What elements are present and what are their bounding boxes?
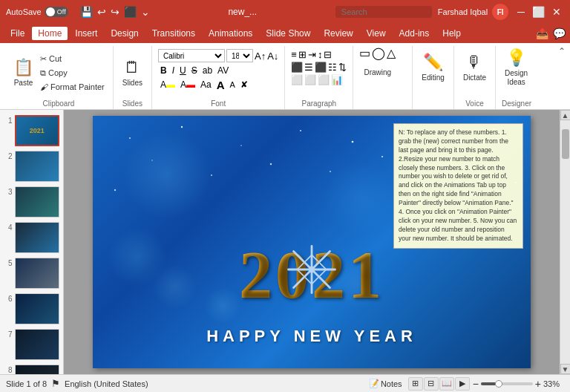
reading-view-button[interactable]: 📖 — [439, 377, 454, 391]
text-highlight-button[interactable]: A▬ — [158, 78, 177, 91]
minimize-button[interactable]: ─ — [514, 6, 528, 18]
comment-icon[interactable]: 💬 — [553, 27, 566, 39]
bold-button[interactable]: B — [158, 64, 169, 77]
slide-item-5[interactable]: 5 — [3, 257, 60, 290]
shape2-icon[interactable]: ◯ — [372, 46, 385, 60]
slide-item-3[interactable]: 3 — [3, 186, 60, 218]
slide-item-1[interactable]: 1 2021 — [3, 114, 60, 147]
char-spacing-button[interactable]: AV — [215, 64, 231, 77]
menu-file[interactable]: File — [4, 27, 30, 40]
shape3-icon[interactable]: △ — [387, 46, 396, 60]
text-direction-button[interactable]: ⇅ — [338, 62, 347, 73]
copy-button[interactable]: ⧉ Copy — [38, 66, 70, 79]
normal-view-button[interactable]: ⊞ — [408, 377, 423, 391]
menu-addins[interactable]: Add-ins — [393, 27, 436, 40]
redo-icon[interactable]: ↪ — [111, 6, 119, 18]
slides-icon: 🗒 — [124, 58, 140, 77]
shape1-icon[interactable]: ▭ — [359, 46, 370, 60]
align-bottom-button[interactable]: ⬜ — [318, 74, 330, 85]
restore-button[interactable]: ⬜ — [529, 6, 548, 18]
scroll-up-button[interactable]: ▲ — [560, 110, 571, 120]
clipboard-label: Clipboard — [10, 99, 107, 109]
scroll-down-button[interactable]: ▼ — [560, 364, 571, 374]
info-box[interactable]: N: To replace any of these numbers. 1. g… — [393, 123, 523, 249]
layout-icon[interactable]: ⬛ — [124, 6, 137, 18]
share-icon[interactable]: 📤 — [536, 27, 548, 39]
zoom-handle[interactable] — [495, 380, 502, 388]
slide-item-8[interactable]: 8 — [3, 364, 60, 374]
autosave-knob — [46, 7, 55, 16]
strikethrough-button[interactable]: S — [189, 64, 200, 77]
zoom-in-button[interactable]: + — [535, 378, 541, 390]
autosave-area: AutoSave Off — [6, 7, 68, 17]
align-justify-button[interactable]: ☷ — [328, 62, 337, 73]
save-icon[interactable]: 💾 — [80, 6, 93, 18]
increase-font-button[interactable]: A↑ — [255, 50, 266, 62]
collapse-ribbon-button[interactable]: ⌃ — [558, 46, 566, 56]
notes-button[interactable]: 📝 Notes — [366, 379, 405, 388]
shrink-font-button[interactable]: A — [228, 78, 238, 91]
decrease-font-button[interactable]: A↓ — [267, 50, 278, 62]
grow-font-button[interactable]: A — [214, 78, 227, 91]
underline-button[interactable]: U — [177, 64, 189, 77]
paste-button[interactable]: 📋 Paste — [10, 51, 36, 94]
editing-button[interactable]: ✏️ Editing — [419, 46, 448, 89]
align-right-button[interactable]: ⬛ — [315, 62, 327, 73]
align-top-button[interactable]: ⬜ — [291, 74, 303, 85]
italic-button[interactable]: I — [170, 64, 177, 77]
slide-number-3: 3 — [4, 186, 13, 196]
autosave-toggle[interactable]: Off — [45, 7, 68, 17]
align-left-button[interactable]: ⬛ — [291, 62, 303, 73]
menu-transitions[interactable]: Transitions — [146, 27, 201, 40]
slides-button[interactable]: 🗒 Slides — [119, 51, 145, 94]
close-button[interactable]: ✕ — [549, 6, 564, 18]
format-painter-button[interactable]: 🖌 Format Painter — [38, 80, 107, 94]
numbering-button[interactable]: ⊞ — [298, 49, 307, 60]
zoom-level-label[interactable]: 33% — [543, 379, 564, 388]
col-icon[interactable]: ⊟ — [324, 49, 332, 60]
zoom-out-button[interactable]: − — [473, 378, 479, 390]
search-input[interactable] — [335, 6, 432, 18]
dictate-button[interactable]: 🎙 Dictate — [460, 46, 489, 89]
canvas-area[interactable]: 2021 — [64, 110, 560, 374]
menu-design[interactable]: Design — [105, 27, 144, 40]
scroll-thumb[interactable] — [562, 129, 569, 159]
drawing-main-button[interactable]: Drawing — [361, 62, 395, 84]
menu-review[interactable]: Review — [318, 27, 358, 40]
editing-group-placeholder — [419, 108, 448, 109]
bullets-button[interactable]: ≡ — [291, 49, 297, 60]
font-color-button[interactable]: A▬ — [178, 78, 197, 91]
font-size-select[interactable]: 18 — [226, 49, 253, 62]
expand-icon[interactable]: ⌄ — [141, 6, 150, 18]
font-name-select[interactable]: Calibri — [158, 49, 225, 62]
clear-format-button[interactable]: ✘ — [238, 78, 250, 91]
slide-item-6[interactable]: 6 — [3, 293, 60, 325]
align-middle-button[interactable]: ⬜ — [304, 74, 316, 85]
slide-sorter-button[interactable]: ⊟ — [424, 377, 439, 391]
cut-button[interactable]: ✂ Cut — [38, 52, 64, 65]
accessibility-icon[interactable]: ⚑ — [51, 378, 60, 389]
menu-view[interactable]: View — [361, 27, 392, 40]
slide-canvas[interactable]: 2021 — [93, 116, 531, 368]
slide-item-2[interactable]: 2 — [3, 150, 60, 183]
align-center-button[interactable]: ☰ — [304, 62, 313, 73]
slideshow-view-button[interactable]: ▶ — [455, 377, 470, 391]
shadow-button[interactable]: ab — [200, 64, 214, 77]
language-label[interactable]: English (United States) — [65, 379, 148, 388]
smart-art-button[interactable]: 📊 — [331, 74, 343, 85]
indent-more-button[interactable]: ⇥ — [308, 49, 316, 60]
username-label: Farshad Iqbal — [438, 7, 488, 16]
menu-animations[interactable]: Animations — [203, 27, 258, 40]
menu-insert[interactable]: Insert — [69, 27, 103, 40]
menu-help[interactable]: Help — [436, 27, 467, 40]
font-size-aa-button[interactable]: Aa — [198, 78, 214, 91]
undo-icon[interactable]: ↩ — [97, 6, 106, 18]
slide-item-7[interactable]: 7 — [3, 328, 60, 361]
design-ideas-button[interactable]: 💡 DesignIdeas — [502, 46, 531, 89]
slide-item-4[interactable]: 4 — [3, 221, 60, 254]
menu-home[interactable]: Home — [32, 27, 68, 40]
line-spacing-button[interactable]: ↕ — [318, 49, 323, 60]
menu-slideshow[interactable]: Slide Show — [260, 27, 316, 40]
svg-point-8 — [151, 160, 153, 161]
zoom-bar[interactable] — [481, 382, 533, 385]
